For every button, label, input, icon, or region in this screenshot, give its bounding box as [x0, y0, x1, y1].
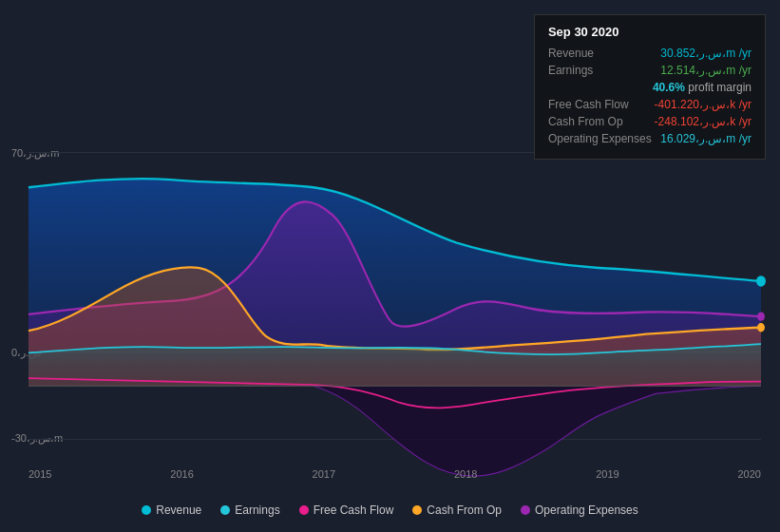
legend-opex[interactable]: Operating Expenses: [521, 504, 638, 517]
legend-dot-cfo: [412, 505, 422, 515]
x-label-2020: 2020: [737, 468, 760, 480]
revenue-label: Revenue: [548, 47, 653, 60]
x-label-2018: 2018: [454, 468, 477, 480]
legend-dot-earnings: [220, 505, 230, 515]
x-label-2016: 2016: [170, 468, 193, 480]
earnings-value: 12.514،س.ر،m /yr: [660, 64, 751, 77]
x-label-2017: 2017: [313, 468, 335, 480]
legend-dot-opex: [521, 505, 530, 515]
legend-label-fcf: Free Cash Flow: [314, 504, 394, 517]
cfo-value: -248.102،س.ر،k /yr: [655, 115, 751, 128]
legend: Revenue Earnings Free Cash Flow Cash Fro…: [0, 504, 780, 517]
earnings-label: Earnings: [548, 64, 653, 77]
x-axis-labels: 2015 2016 2017 2018 2019 2020: [29, 468, 761, 480]
chart-area: [29, 138, 761, 480]
tooltip-row-opex: Operating Expenses 16.029،س.ر،m /yr: [548, 132, 751, 145]
neg-area: [314, 386, 761, 476]
legend-revenue[interactable]: Revenue: [142, 504, 201, 517]
legend-fcf[interactable]: Free Cash Flow: [299, 504, 394, 517]
legend-label-revenue: Revenue: [156, 504, 201, 517]
opex-value: 16.029،س.ر،m /yr: [660, 132, 751, 145]
tooltip-title: Sep 30 2020: [548, 25, 751, 39]
opex-label: Operating Expenses: [548, 132, 653, 145]
tooltip-row-cfo: Cash From Op -248.102،س.ر،k /yr: [548, 115, 751, 128]
cfo-indicator: [757, 323, 765, 332]
tooltip-box: Sep 30 2020 Revenue 30.852،س.ر،m /yr Ear…: [534, 14, 766, 160]
revenue-indicator: [756, 276, 766, 287]
legend-label-earnings: Earnings: [235, 504, 279, 517]
legend-label-opex: Operating Expenses: [535, 504, 638, 517]
legend-dot-revenue: [142, 505, 151, 515]
opex-indicator: [757, 312, 765, 320]
profit-margin: 40.6% profit margin: [548, 81, 751, 94]
chart-container: Sep 30 2020 Revenue 30.852،س.ر،m /yr Ear…: [0, 0, 780, 532]
legend-earnings[interactable]: Earnings: [220, 504, 279, 517]
legend-dot-fcf: [299, 505, 309, 515]
legend-label-cfo: Cash From Op: [427, 504, 502, 517]
legend-cfo[interactable]: Cash From Op: [412, 504, 502, 517]
fcf-value: -401.220،س.ر،k /yr: [655, 98, 751, 111]
tooltip-row-earnings: Earnings 12.514،س.ر،m /yr: [548, 64, 751, 77]
x-label-2015: 2015: [29, 468, 51, 480]
tooltip-row-fcf: Free Cash Flow -401.220،س.ر،k /yr: [548, 98, 751, 111]
cfo-label: Cash From Op: [548, 115, 653, 128]
fcf-label: Free Cash Flow: [548, 98, 653, 111]
revenue-value: 30.852،س.ر،m /yr: [660, 47, 751, 60]
x-label-2019: 2019: [596, 468, 618, 480]
tooltip-row-revenue: Revenue 30.852،س.ر،m /yr: [548, 47, 751, 60]
chart-svg: [29, 138, 761, 480]
